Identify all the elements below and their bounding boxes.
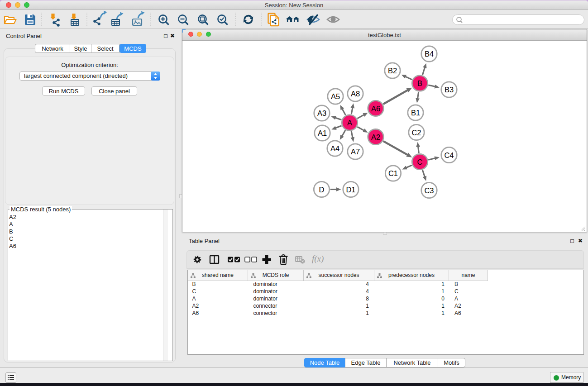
svg-text:D1: D1 (346, 186, 355, 194)
svg-text:A: A (347, 119, 352, 127)
svg-text:C2: C2 (411, 129, 421, 137)
svg-text:A1: A1 (318, 129, 327, 137)
svg-text:A2: A2 (371, 133, 380, 141)
svg-text:C: C (417, 158, 423, 166)
svg-text:B: B (417, 79, 422, 87)
svg-text:A7: A7 (351, 148, 360, 156)
svg-text:B3: B3 (445, 86, 454, 94)
svg-text:C4: C4 (444, 151, 454, 159)
svg-text:A3: A3 (317, 109, 326, 117)
svg-text:A4: A4 (330, 144, 339, 152)
svg-text:B2: B2 (388, 67, 397, 75)
svg-text:C1: C1 (388, 169, 398, 177)
svg-text:B4: B4 (425, 50, 434, 58)
svg-text:D: D (319, 186, 325, 194)
svg-text:A5: A5 (331, 92, 340, 100)
svg-text:A8: A8 (351, 90, 360, 98)
svg-text:C3: C3 (424, 186, 434, 195)
svg-text:B1: B1 (411, 109, 420, 117)
svg-text:A6: A6 (371, 105, 380, 113)
